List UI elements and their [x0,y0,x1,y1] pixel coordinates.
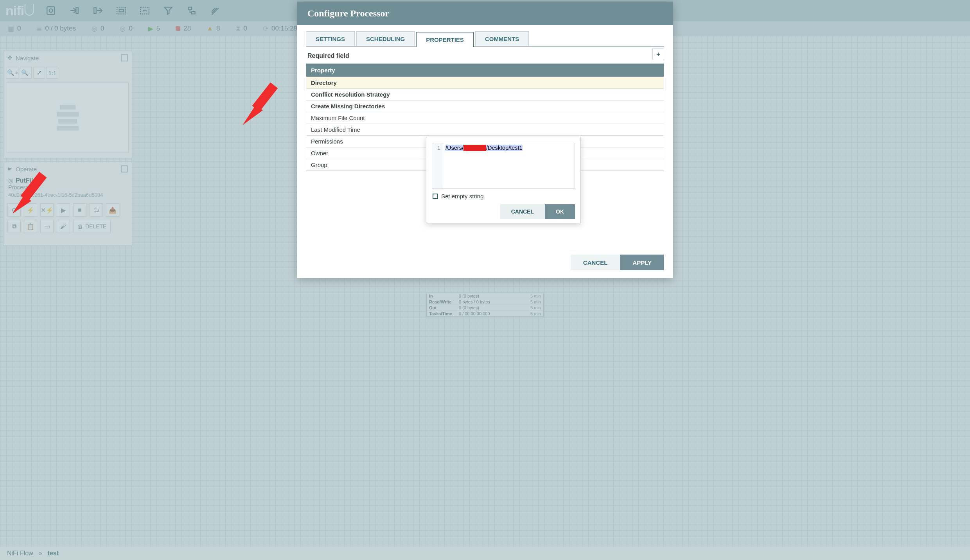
add-property-button[interactable]: + [652,48,664,60]
configure-processor-dialog: Configure Processor SETTINGS SCHEDULING … [297,2,673,278]
tab-properties[interactable]: PROPERTIES [416,32,474,47]
tab-comments[interactable]: COMMENTS [475,31,529,46]
dialog-apply-button[interactable]: APPLY [620,255,664,270]
checkbox-icon [433,194,438,199]
grid-header-property: Property [306,64,664,77]
editor-ok-button[interactable]: OK [545,204,575,219]
property-row-conflict[interactable]: Conflict Resolution Strategy [306,88,664,100]
value-text[interactable]: /Users/xxxxxxxx/Desktop/test1 [443,143,575,188]
property-value-editor: 1 /Users/xxxxxxxx/Desktop/test1 Set empt… [426,137,581,223]
dialog-title: Configure Processor [297,2,673,25]
dialog-cancel-button[interactable]: CANCEL [571,255,620,270]
properties-grid: Property Directory Conflict Resolution S… [306,63,664,171]
set-empty-string-checkbox[interactable]: Set empty string [433,193,574,199]
editor-cancel-button[interactable]: CANCEL [500,204,545,219]
value-textarea[interactable]: 1 /Users/xxxxxxxx/Desktop/test1 [432,143,575,189]
required-field-label: Required field [307,52,664,59]
tab-settings[interactable]: SETTINGS [306,31,355,46]
tab-scheduling[interactable]: SCHEDULING [356,31,415,46]
property-row-directory[interactable]: Directory [306,77,664,88]
dialog-tabs: SETTINGS SCHEDULING PROPERTIES COMMENTS [306,31,664,47]
property-row-last-modified[interactable]: Last Modified Time [306,124,664,135]
property-row-max-file-count[interactable]: Maximum File Count [306,112,664,124]
property-row-create-dirs[interactable]: Create Missing Directories [306,100,664,112]
